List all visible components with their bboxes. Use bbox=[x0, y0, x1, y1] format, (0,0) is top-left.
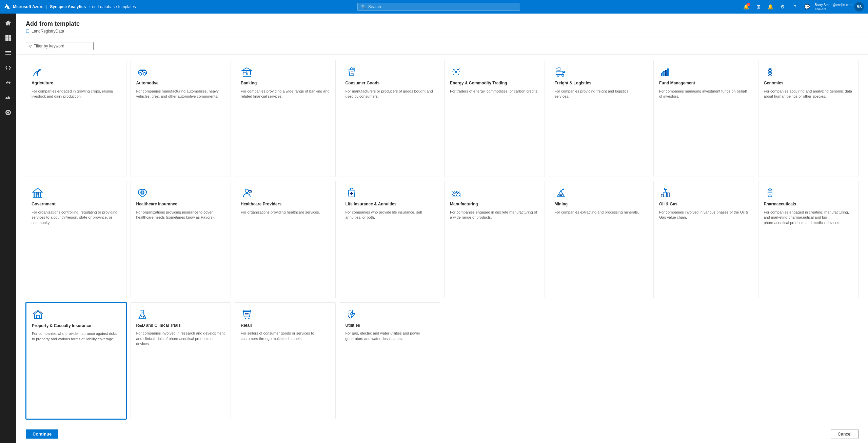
nav-brand-azure: Microsoft Azure bbox=[13, 4, 43, 9]
genomics-icon bbox=[764, 66, 776, 78]
nav-breadcrumb: › end-database-templates bbox=[88, 4, 136, 9]
agriculture-description: For companies engaged in growing crops, … bbox=[32, 89, 121, 99]
template-card-healthcare-insurance[interactable]: Healthcare InsuranceFor organizations pr… bbox=[131, 181, 231, 298]
page-header: Add from template ☐ LandRegistryData bbox=[16, 14, 868, 38]
svg-rect-12 bbox=[243, 72, 246, 73]
template-card-mining[interactable]: MiningFor companies extracting and proce… bbox=[549, 181, 650, 298]
healthcare-insurance-title: Healthcare Insurance bbox=[136, 202, 225, 207]
layout-icon[interactable]: ⊞ bbox=[754, 2, 763, 12]
breadcrumb-item[interactable]: end-database-templates bbox=[92, 4, 136, 9]
top-nav: Microsoft Azure | Synapse Analytics › en… bbox=[0, 0, 868, 14]
energy-commodity-icon bbox=[450, 66, 462, 78]
cancel-button[interactable]: Cancel bbox=[831, 429, 859, 439]
svg-point-17 bbox=[557, 74, 559, 76]
svg-rect-16 bbox=[556, 71, 563, 75]
svg-rect-46 bbox=[37, 315, 39, 319]
retail-description: For sellers of consumer goods or service… bbox=[241, 331, 330, 341]
template-card-pharmaceuticals[interactable]: PharmaceuticalsFor companies engaged in … bbox=[758, 181, 859, 298]
help-icon[interactable]: ? bbox=[790, 2, 800, 12]
mining-title: Mining bbox=[555, 202, 644, 207]
fund-management-icon bbox=[659, 66, 671, 78]
svg-point-39 bbox=[459, 195, 460, 196]
consumer-goods-description: For manufacturers or producers of goods … bbox=[346, 89, 435, 99]
template-card-genomics[interactable]: GenomicsFor companies acquiring and anal… bbox=[758, 60, 859, 177]
template-card-freight-logistics[interactable]: Freight & LogisticsFor companies providi… bbox=[549, 60, 650, 177]
page-title: Add from template bbox=[26, 20, 859, 27]
template-card-manufacturing[interactable]: ManufacturingFor companies engaged in di… bbox=[444, 181, 545, 298]
left-sidebar bbox=[0, 14, 16, 443]
template-card-consumer-goods[interactable]: Consumer GoodsFor manufacturers or produ… bbox=[340, 60, 440, 177]
government-icon bbox=[32, 187, 44, 199]
sidebar-item-dashboard[interactable] bbox=[1, 31, 15, 45]
sidebar-item-manage[interactable] bbox=[1, 106, 15, 119]
template-card-agriculture[interactable]: AgricultureFor companies engaged in grow… bbox=[26, 60, 126, 177]
sidebar-item-integrate[interactable] bbox=[1, 76, 15, 89]
oil-gas-title: Oil & Gas bbox=[659, 202, 748, 207]
pharmaceuticals-icon bbox=[764, 187, 776, 199]
nav-synapse-label[interactable]: Synapse Analytics bbox=[50, 4, 86, 9]
template-card-automotive[interactable]: AutomotiveFor companies manufacturing au… bbox=[131, 60, 231, 177]
freight-logistics-title: Freight & Logistics bbox=[555, 81, 644, 86]
svg-rect-9 bbox=[243, 71, 243, 75]
banking-description: For companies providing a wide range of … bbox=[241, 89, 330, 99]
rd-clinical-title: R&D and Clinical Trials bbox=[136, 323, 225, 328]
template-card-healthcare-providers[interactable]: Healthcare ProvidersFor organizations pr… bbox=[235, 181, 336, 298]
life-insurance-description: For companies who provide life insurance… bbox=[346, 210, 435, 220]
svg-point-50 bbox=[248, 318, 250, 319]
manufacturing-title: Manufacturing bbox=[450, 202, 539, 207]
svg-rect-3 bbox=[8, 38, 11, 41]
svg-rect-29 bbox=[34, 192, 35, 197]
mining-description: For companies extracting and processing … bbox=[555, 210, 644, 215]
sidebar-item-data[interactable] bbox=[1, 46, 15, 60]
sidebar-item-home[interactable] bbox=[1, 16, 15, 30]
life-insurance-title: Life Insurance & Annuities bbox=[346, 202, 435, 207]
template-card-oil-gas[interactable]: Oil & GasFor companies involved in vario… bbox=[653, 181, 754, 298]
nav-user-email: Barry.Smart@endjin.com bbox=[815, 3, 852, 7]
search-input[interactable] bbox=[368, 4, 516, 9]
search-icon: 🔍 bbox=[361, 4, 366, 9]
svg-rect-0 bbox=[5, 35, 8, 38]
template-card-property-casualty[interactable]: Property & Casualty InsuranceFor compani… bbox=[26, 302, 126, 419]
nav-user[interactable]: Barry.Smart@endjin.com ENDJIN BS bbox=[815, 2, 864, 12]
svg-point-7 bbox=[142, 71, 143, 72]
nav-divider: | bbox=[46, 4, 47, 9]
template-card-rd-clinical[interactable]: R&D and Clinical TrialsFor companies inv… bbox=[131, 302, 231, 419]
sidebar-item-develop[interactable] bbox=[1, 61, 15, 75]
svg-rect-19 bbox=[557, 70, 560, 71]
rd-clinical-icon bbox=[136, 308, 149, 320]
svg-point-47 bbox=[141, 316, 142, 317]
svg-point-40 bbox=[560, 194, 561, 195]
filter-input[interactable] bbox=[34, 44, 91, 48]
page-subtitle: ☐ LandRegistryData bbox=[26, 29, 859, 34]
template-card-retail[interactable]: RetailFor sellers of consumer goods or s… bbox=[235, 302, 336, 419]
template-card-fund-management[interactable]: Fund ManagementFor companies managing in… bbox=[653, 60, 754, 177]
template-card-banking[interactable]: BankingFor companies providing a wide ra… bbox=[235, 60, 336, 177]
svg-point-37 bbox=[453, 195, 455, 196]
templates-grid: AgricultureFor companies engaged in grow… bbox=[16, 55, 868, 425]
svg-rect-30 bbox=[36, 192, 37, 197]
retail-title: Retail bbox=[241, 323, 330, 328]
avatar: BS bbox=[854, 2, 864, 12]
automotive-icon bbox=[136, 66, 149, 78]
filter-section: ▽ bbox=[16, 38, 868, 55]
svg-point-49 bbox=[245, 318, 246, 319]
template-card-utilities[interactable]: UtilitiesFor gas, electric and water uti… bbox=[340, 302, 440, 419]
notifications-icon[interactable]: 🔔 1 bbox=[742, 2, 751, 12]
settings-icon[interactable]: ⚙ bbox=[778, 2, 788, 12]
nav-brand: Microsoft Azure | Synapse Analytics bbox=[4, 3, 86, 11]
alert-icon[interactable]: 🔔 bbox=[766, 2, 775, 12]
energy-commodity-description: For traders of energy, commodities, or c… bbox=[450, 89, 539, 94]
template-card-government[interactable]: GovernmentFor organizations controlling,… bbox=[26, 181, 126, 298]
continue-button[interactable]: Continue bbox=[26, 429, 58, 439]
government-description: For organizations controlling, regulatin… bbox=[32, 210, 121, 225]
subtitle-text: LandRegistryData bbox=[32, 29, 64, 34]
healthcare-insurance-description: For organizations providing insurance to… bbox=[136, 210, 225, 220]
template-card-energy-commodity[interactable]: Energy & Commodity TradingFor traders of… bbox=[444, 60, 545, 177]
svg-rect-32 bbox=[40, 192, 41, 197]
sidebar-item-monitor[interactable] bbox=[1, 91, 15, 104]
svg-point-5 bbox=[139, 73, 142, 75]
svg-point-38 bbox=[456, 195, 457, 196]
feedback-icon[interactable]: 💬 bbox=[803, 2, 812, 12]
genomics-description: For companies acquiring and analyzing ge… bbox=[764, 89, 853, 99]
template-card-life-insurance[interactable]: Life Insurance & AnnuitiesFor companies … bbox=[340, 181, 440, 298]
